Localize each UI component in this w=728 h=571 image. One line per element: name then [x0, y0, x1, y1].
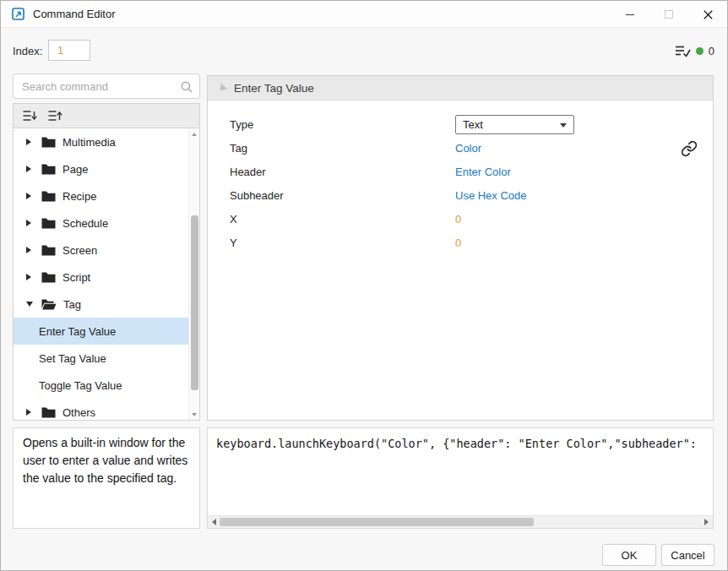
window-title: Command Editor	[33, 8, 116, 20]
tree-item-label: Page	[62, 163, 88, 176]
tree-item-toggle-tag-value[interactable]: Toggle Tag Value	[14, 372, 188, 399]
tree-item-label: Script	[62, 271, 90, 284]
field-label: Subheader	[230, 189, 455, 202]
field-row-subheader: Subheader Use Hex Code	[208, 183, 713, 207]
expand-caret-icon[interactable]	[26, 193, 36, 199]
type-dropdown-value: Text	[463, 118, 483, 131]
tree-item-screen[interactable]: Screen	[14, 237, 188, 264]
maximize-button[interactable]	[649, 1, 688, 28]
subheader-value-link[interactable]: Use Hex Code	[455, 189, 527, 202]
command-detail-panel: Enter Tag Value Type Text Tag Color Head…	[207, 75, 714, 421]
tree-item-label: Recipe	[62, 190, 96, 203]
scroll-left-icon[interactable]	[208, 516, 220, 528]
folder-icon	[41, 164, 56, 175]
tree-item-recipe[interactable]: Recipe	[14, 182, 188, 209]
y-value[interactable]: 0	[455, 237, 461, 249]
close-button[interactable]	[688, 1, 727, 28]
scroll-up-icon[interactable]	[189, 128, 199, 139]
collapse-panel-icon	[217, 83, 227, 93]
expand-caret-icon[interactable]	[26, 247, 36, 253]
status-dot-icon	[696, 47, 704, 55]
index-input[interactable]	[48, 40, 90, 61]
field-row-y: Y 0	[208, 231, 713, 254]
field-label: X	[230, 213, 455, 226]
field-label: Header	[230, 166, 455, 178]
index-label: Index:	[13, 45, 42, 57]
scroll-down-icon[interactable]	[189, 409, 199, 420]
search-box	[13, 73, 200, 99]
field-row-header: Header Enter Color	[208, 160, 713, 183]
tree-toolbar	[14, 104, 199, 128]
cancel-button[interactable]: Cancel	[661, 544, 714, 566]
tree-item-label: Schedule	[62, 217, 108, 230]
expand-caret-icon[interactable]	[26, 409, 36, 416]
code-preview: keyboard.launchKeyboard("Color", {"heade…	[216, 437, 710, 450]
tree-item-tag[interactable]: Tag	[14, 291, 188, 318]
app-logo-icon	[12, 8, 25, 21]
scroll-right-icon[interactable]	[700, 516, 713, 528]
collapse-caret-icon[interactable]	[26, 302, 36, 307]
tree-item-label: Toggle Tag Value	[39, 379, 122, 392]
titlebar: Command Editor	[1, 1, 727, 28]
command-status-cluster: 0	[674, 42, 714, 59]
tree-item-set-tag-value[interactable]: Set Tag Value	[14, 345, 188, 372]
tree-item-label: Screen	[62, 244, 97, 257]
field-label: Y	[230, 237, 455, 249]
maximize-icon	[665, 10, 673, 19]
command-list-icon[interactable]	[674, 44, 691, 57]
folder-icon	[41, 218, 56, 229]
folder-icon	[41, 191, 56, 202]
expand-caret-icon[interactable]	[26, 166, 36, 172]
minimize-button[interactable]	[611, 1, 649, 28]
command-editor-window: Command Editor Index: 0	[0, 0, 728, 571]
expand-all-button[interactable]	[46, 106, 64, 125]
ok-button[interactable]: OK	[602, 544, 656, 566]
code-preview-panel: keyboard.launchKeyboard("Color", {"heade…	[207, 427, 714, 529]
field-label: Type	[230, 118, 455, 131]
command-tree-panel: Multimedia Page Recipe Schedule Screen	[13, 103, 200, 421]
tree-item-enter-tag-value[interactable]: Enter Tag Value	[14, 318, 188, 345]
expand-caret-icon[interactable]	[26, 274, 36, 280]
code-hscrollbar-thumb[interactable]	[220, 518, 534, 526]
tag-link-icon[interactable]	[680, 139, 698, 158]
expand-caret-icon[interactable]	[26, 220, 36, 226]
tree-item-label: Enter Tag Value	[39, 325, 116, 338]
command-description: Opens a built-in window for the user to …	[13, 427, 200, 529]
minimize-icon	[626, 14, 634, 15]
close-icon	[704, 10, 713, 19]
field-row-x: X 0	[208, 207, 713, 231]
header-value-link[interactable]: Enter Color	[455, 166, 511, 178]
folder-icon	[41, 272, 56, 283]
chevron-down-icon	[560, 123, 567, 128]
tag-value-link[interactable]: Color	[455, 142, 481, 155]
tree-scrollbar[interactable]	[188, 128, 199, 420]
tree-scrollbar-thumb[interactable]	[191, 215, 198, 390]
type-dropdown[interactable]: Text	[455, 115, 574, 134]
expand-caret-icon[interactable]	[26, 139, 36, 145]
folder-icon	[41, 137, 56, 148]
detail-header[interactable]: Enter Tag Value	[208, 76, 713, 101]
x-value[interactable]: 0	[455, 213, 461, 226]
field-row-tag: Tag Color	[208, 136, 713, 160]
tree-item-label: Multimedia	[62, 136, 116, 149]
status-count: 0	[709, 45, 714, 57]
detail-title: Enter Tag Value	[234, 82, 314, 95]
tree-item-schedule[interactable]: Schedule	[14, 209, 188, 237]
collapse-all-button[interactable]	[20, 106, 39, 125]
search-icon	[180, 80, 193, 94]
tree-item-others[interactable]: Others	[14, 399, 188, 420]
tree-item-label: Others	[62, 406, 95, 419]
folder-icon	[41, 245, 56, 256]
search-input[interactable]	[14, 74, 199, 98]
tree-item-script[interactable]: Script	[14, 264, 188, 291]
window-controls	[611, 1, 727, 28]
detail-form: Type Text Tag Color Header Enter Color S…	[208, 112, 713, 254]
folder-icon	[41, 407, 56, 418]
tree-item-page[interactable]: Page	[14, 155, 188, 182]
tree-item-multimedia[interactable]: Multimedia	[14, 128, 188, 155]
field-label: Tag	[230, 142, 455, 155]
field-row-type: Type Text	[208, 112, 713, 136]
command-tree: Multimedia Page Recipe Schedule Screen	[14, 128, 188, 420]
tree-item-label: Set Tag Value	[39, 352, 106, 365]
code-hscrollbar[interactable]	[208, 515, 713, 528]
